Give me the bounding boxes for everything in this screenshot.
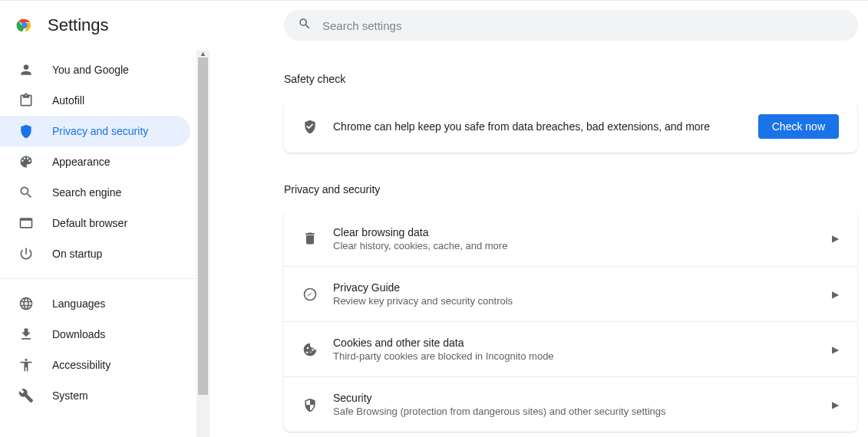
main-content: Safety check Chrome can help keep you sa… xyxy=(210,50,868,437)
shield-check-icon xyxy=(302,119,318,134)
sidebar-item-downloads[interactable]: Downloads xyxy=(0,319,190,350)
sidebar-item-label: Search engine xyxy=(52,186,121,199)
sidebar-item-label: System xyxy=(52,389,88,402)
scroll-up-icon[interactable]: ▲ xyxy=(196,50,210,58)
accessibility-icon xyxy=(18,357,34,373)
search-input[interactable] xyxy=(322,19,844,32)
body: You and Google Autofill Privacy and secu… xyxy=(0,50,868,437)
row-title: Cookies and other site data xyxy=(333,337,817,349)
sidebar-item-label: Autofill xyxy=(52,94,84,107)
sidebar: You and Google Autofill Privacy and secu… xyxy=(0,50,196,437)
person-icon xyxy=(18,62,34,77)
header: Settings xyxy=(0,1,868,50)
sidebar-item-appearance[interactable]: Appearance xyxy=(0,146,190,177)
chevron-right-icon: ▶ xyxy=(832,399,839,410)
wrench-icon xyxy=(18,388,34,403)
sidebar-item-label: Accessibility xyxy=(52,359,111,371)
chevron-right-icon: ▶ xyxy=(832,233,839,244)
search-icon xyxy=(298,17,312,34)
row-privacy-guide[interactable]: Privacy Guide Review key privacy and sec… xyxy=(284,266,857,321)
check-now-button[interactable]: Check now xyxy=(758,114,839,139)
compass-icon xyxy=(302,287,318,302)
search-container xyxy=(284,10,858,41)
svg-point-2 xyxy=(22,23,26,27)
search-icon xyxy=(18,185,34,200)
sidebar-item-search-engine[interactable]: Search engine xyxy=(0,177,190,208)
browser-icon xyxy=(18,215,34,231)
divider xyxy=(0,278,196,279)
sidebar-item-default-browser[interactable]: Default browser xyxy=(0,208,190,238)
clipboard-icon xyxy=(18,93,34,108)
sidebar-item-languages[interactable]: Languages xyxy=(0,288,190,319)
chevron-right-icon: ▶ xyxy=(832,344,839,355)
row-subtitle: Safe Browsing (protection from dangerous… xyxy=(333,406,817,417)
row-subtitle: Review key privacy and security controls xyxy=(333,295,817,307)
sidebar-item-on-startup[interactable]: On startup xyxy=(0,238,190,269)
header-left: Settings xyxy=(0,15,196,35)
row-clear-browsing-data[interactable]: Clear browsing data Clear history, cooki… xyxy=(284,211,857,266)
sidebar-item-label: Languages xyxy=(52,297,105,310)
sidebar-item-label: On startup xyxy=(52,248,102,260)
row-cookies[interactable]: Cookies and other site data Third-party … xyxy=(284,321,857,376)
trash-icon xyxy=(302,231,318,246)
sidebar-item-label: You and Google xyxy=(52,64,129,76)
privacy-section-title: Privacy and security xyxy=(284,183,857,196)
sidebar-item-privacy-security[interactable]: Privacy and security xyxy=(0,116,190,146)
chrome-logo-icon xyxy=(15,16,34,34)
sidebar-item-you-and-google[interactable]: You and Google xyxy=(0,54,190,85)
safety-check-title: Safety check xyxy=(284,73,857,85)
scrollbar-thumb[interactable] xyxy=(198,58,208,395)
sidebar-item-label: Privacy and security xyxy=(52,125,148,137)
safety-check-text: Chrome can help keep you safe from data … xyxy=(333,120,743,133)
sidebar-item-label: Downloads xyxy=(52,328,105,340)
shield-icon xyxy=(18,123,34,139)
safety-check-card: Chrome can help keep you safe from data … xyxy=(284,100,857,153)
row-security[interactable]: Security Safe Browsing (protection from … xyxy=(284,376,857,432)
app-title: Settings xyxy=(48,15,109,35)
power-icon xyxy=(18,246,34,261)
sidebar-item-accessibility[interactable]: Accessibility xyxy=(0,350,190,380)
privacy-card: Clear browsing data Clear history, cooki… xyxy=(284,211,857,432)
cookie-icon xyxy=(302,342,318,357)
search-box[interactable] xyxy=(284,10,858,41)
sidebar-item-autofill[interactable]: Autofill xyxy=(0,85,190,116)
globe-icon xyxy=(18,296,34,311)
palette-icon xyxy=(18,154,34,169)
sidebar-wrapper: You and Google Autofill Privacy and secu… xyxy=(0,50,210,437)
row-subtitle: Third-party cookies are blocked in Incog… xyxy=(333,350,817,362)
scrollbar[interactable]: ▲ xyxy=(196,50,210,437)
row-title: Clear browsing data xyxy=(333,226,817,238)
row-title: Security xyxy=(333,392,817,404)
sidebar-item-system[interactable]: System xyxy=(0,380,190,411)
chevron-right-icon: ▶ xyxy=(832,289,839,300)
download-icon xyxy=(18,327,34,342)
shield-half-icon xyxy=(302,397,318,412)
sidebar-item-label: Default browser xyxy=(52,217,127,229)
row-subtitle: Clear history, cookies, cache, and more xyxy=(333,240,817,251)
row-title: Privacy Guide xyxy=(333,281,817,294)
sidebar-item-label: Appearance xyxy=(52,156,111,168)
